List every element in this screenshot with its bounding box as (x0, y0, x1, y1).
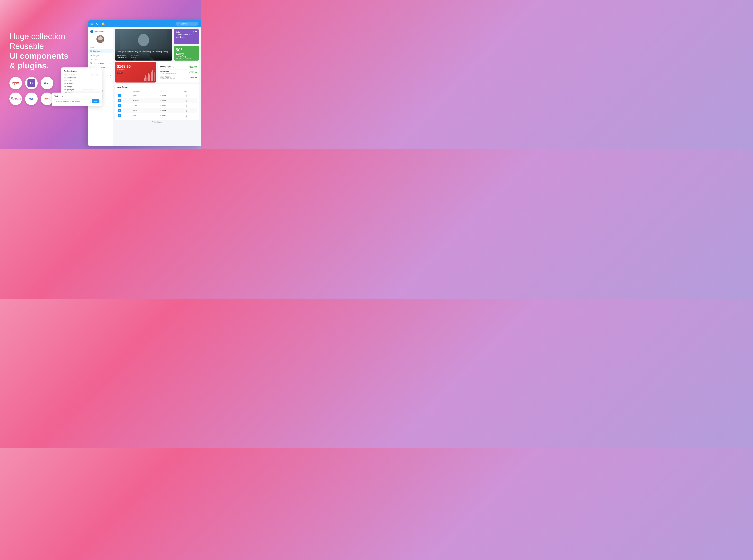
project-name: Sass Theme (64, 80, 81, 82)
online-indicator (102, 41, 104, 43)
order-customer: John (132, 103, 159, 108)
sidebar-widgets-label: Widgets (93, 55, 99, 57)
tech-logos-section: npm B jQuery Sass CSS HTML (9, 77, 53, 105)
bell-icon[interactable]: 🔔 (101, 22, 105, 25)
weather-desc: Feels like rainy (176, 56, 197, 58)
issue-reports-info: Issue Reports System bugs and issues (160, 76, 175, 79)
search-input[interactable] (181, 23, 196, 25)
project-row: Sass Theme (64, 80, 99, 82)
todo-add-button[interactable]: Add (92, 99, 99, 103)
sidebar-item-dashboard[interactable]: ◉ Dashboard (88, 48, 113, 53)
progress-bar-container (82, 86, 99, 87)
chart-bars (144, 70, 155, 81)
new-orders-section: New Orders # Customer Code Pur 1 jacob #… (115, 84, 199, 120)
col-code: Code (159, 90, 183, 93)
stats-row-issue-reports: Issue Reports System bugs and issues -16… (160, 75, 197, 80)
html5-logo: HTML (41, 93, 53, 105)
project-name-header: Project Name (64, 74, 75, 76)
sass-logo: Sass (9, 93, 22, 105)
user-avatar (88, 35, 113, 43)
progress-bar (82, 89, 94, 90)
tech-row-2: Sass CSS HTML (9, 93, 53, 105)
notification-card: ♥ 💬 21 Jan Product launch of our new dev… (174, 29, 199, 44)
todo-title: Todo List (54, 95, 99, 97)
member-profit-name: Member Profit (160, 65, 174, 67)
order-code: #DM988 (159, 108, 183, 113)
tech-row-1: npm B jQuery (9, 77, 53, 89)
jquery-logo: jQuery (41, 77, 53, 89)
arrow-icon-4: ▶ (110, 82, 111, 84)
bar-7 (152, 70, 153, 81)
photo-quote: Lorem Ipsum is simply dummy text of the … (117, 51, 170, 53)
bar-8 (154, 72, 155, 81)
order-amount: 11 j (183, 103, 197, 108)
sidebar-page-layouts-label: Page Layouts (93, 62, 103, 64)
css3-logo: CSS (25, 93, 38, 105)
project-status-label: Project Status (115, 120, 199, 123)
photo-card-overlay: Lorem Ipsum is simply dummy text of the … (115, 48, 172, 61)
table-row: 3 John #DM987 11 j (117, 103, 197, 108)
issue-reports-sub: System bugs and issues (160, 78, 175, 79)
total-profit-name: Total Profit (160, 71, 176, 73)
hero-section: Huge collection Reusable UI components &… (9, 32, 68, 71)
growth-stat: +0.95% ↑ Overall Growth (117, 54, 127, 58)
revenue-amount: $168.90 (117, 64, 154, 69)
todo-panel: Todo List Add (52, 93, 102, 106)
order-num: 5 (117, 113, 132, 118)
sidebar-item-widgets[interactable]: ⊠ Widgets (88, 53, 113, 58)
brand-name: Plusadmin (95, 31, 104, 33)
order-amount: 11 j (183, 98, 197, 103)
npm-logo: npm (9, 77, 22, 89)
table-row: 5 Tim #DM989 12 j (117, 113, 197, 118)
hero-line2: Reusable (9, 41, 68, 51)
progress-bar (82, 84, 93, 84)
order-code: #DM986 (159, 98, 183, 103)
table-row: 4 Peter #DM988 12 j (117, 108, 197, 113)
search-bar[interactable]: 🔍 (176, 22, 198, 25)
new-orders-title: New Orders (117, 86, 197, 88)
comment-icon: 💬 (195, 31, 197, 33)
page-layouts-icon: ⊞ (90, 62, 92, 64)
order-code: #DM989 (159, 113, 183, 118)
order-num: 2 (117, 98, 132, 103)
refresh-icon[interactable]: ↻ (96, 22, 98, 25)
member-profit-value: +168.900 (189, 66, 197, 68)
total-profit-value: +6890.00 (189, 71, 197, 74)
sidebar-dashboard-label: Dashboard (93, 50, 101, 52)
arrow-icon-3: ▶ (110, 75, 111, 76)
hero-line4: & plugins. (9, 61, 68, 71)
progress-header: Progress (92, 74, 99, 76)
arrow-icon-2: ▶ (110, 67, 111, 68)
project-name: Craword Themed (64, 77, 81, 79)
card-icons: ♥ 💬 (193, 31, 197, 33)
order-customer: Messsy (132, 98, 159, 103)
todo-input-row[interactable]: Add (54, 99, 99, 103)
table-row: 2 Messsy #DM986 11 j (117, 98, 197, 103)
notification-title: Product launch of our new device (176, 34, 197, 38)
sidebar-item-page-layouts[interactable]: ⊞ Page Layouts ▶ (88, 61, 113, 65)
revenue-card: $168.90 This Month 18% (115, 62, 156, 82)
arrow-icon-5: ▶ (110, 90, 111, 92)
photo-card-stats: +0.95% ↑ Overall Growth -0.34% ↓ (117, 54, 170, 58)
project-row: New prototype (64, 89, 99, 91)
menu-icon[interactable]: ☰ (91, 22, 93, 25)
order-code: #DM985 (159, 93, 183, 98)
order-num: 4 (117, 108, 132, 113)
top-cards-row: Lorem Ipsum is simply dummy text of the … (115, 29, 199, 61)
stats-row-total-profit: Total Profit Weekly Customer Orders +689… (160, 70, 197, 75)
order-amount: 12 j (183, 108, 197, 113)
order-amount: 12 j (183, 113, 197, 118)
sidebar-main-label: Main (88, 45, 113, 48)
orders-table: # Customer Code Pur 1 jacob #DM985 10 j … (117, 90, 197, 118)
progress-bar (82, 86, 92, 87)
bar-5 (149, 74, 150, 81)
todo-input[interactable] (54, 99, 91, 103)
weather-day: Today (176, 53, 197, 56)
col-customer: Customer (132, 90, 159, 93)
widgets-icon: ⊠ (90, 54, 92, 57)
dashboard-body: 🔵 Plusadmin Main ◉ Dashboard (88, 27, 201, 146)
col-purchase: Pur (183, 90, 197, 93)
weather-date: Nov 2014, 5 Thursday (176, 58, 197, 59)
progress-bar-container (82, 84, 99, 84)
member-profit-info: Member Profit Average Weekly Profit (160, 65, 174, 69)
